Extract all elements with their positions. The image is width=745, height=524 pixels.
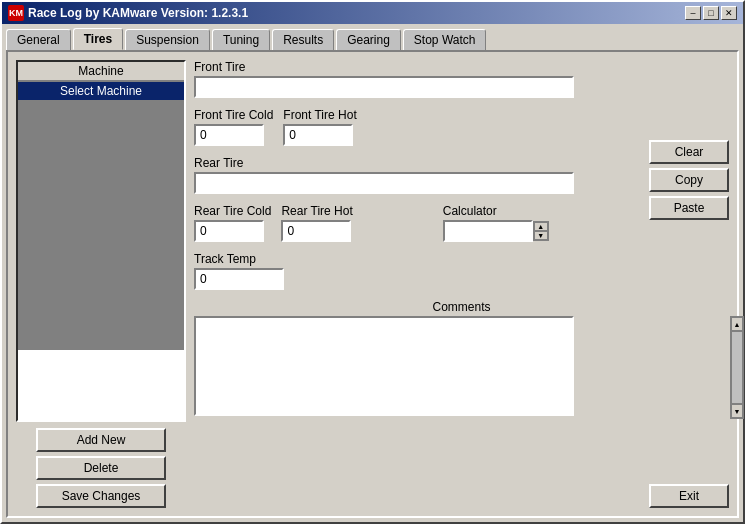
scroll-up-button[interactable]: ▲	[731, 317, 743, 331]
comments-scrollbar: ▲ ▼	[730, 316, 744, 419]
rear-tire-hot-label: Rear Tire Hot	[281, 204, 352, 218]
comments-label: Comments	[194, 300, 729, 314]
front-tire-group: Front Tire	[194, 60, 729, 98]
scroll-thumb[interactable]	[731, 331, 743, 404]
rear-tire-cold-group: Rear Tire Cold	[194, 204, 271, 242]
tab-gearing[interactable]: Gearing	[336, 29, 401, 50]
comments-container: ▲ ▼	[194, 316, 729, 419]
front-tire-hot-input[interactable]	[283, 124, 353, 146]
app-icon: KM	[8, 5, 24, 21]
minimize-button[interactable]: –	[685, 6, 701, 20]
title-bar: KM Race Log by KAMware Version: 1.2.3.1 …	[2, 2, 743, 24]
front-tire-input[interactable]	[194, 76, 574, 98]
machine-list-header: Machine	[18, 62, 184, 81]
calculator-spinner: ▲ ▼	[533, 221, 549, 241]
front-tire-hot-label: Front Tire Hot	[283, 108, 356, 122]
title-buttons: – □ ✕	[685, 6, 737, 20]
front-tire-label: Front Tire	[194, 60, 729, 74]
right-panel: Front Tire Front Tire Cold Front Tire Ho…	[194, 60, 729, 508]
tab-results[interactable]: Results	[272, 29, 334, 50]
comments-textarea[interactable]	[194, 316, 574, 416]
tab-general[interactable]: General	[6, 29, 71, 50]
tab-bar: General Tires Suspension Tuning Results …	[2, 24, 743, 50]
maximize-button[interactable]: □	[703, 6, 719, 20]
window-title: Race Log by KAMware Version: 1.2.3.1	[28, 6, 248, 20]
scroll-down-button[interactable]: ▼	[731, 404, 743, 418]
content-area: Machine Select Machine Add New Delete Sa…	[6, 50, 739, 518]
paste-button[interactable]: Paste	[649, 196, 729, 220]
tab-suspension[interactable]: Suspension	[125, 29, 210, 50]
calc-spin-down[interactable]: ▼	[534, 231, 548, 240]
exit-button[interactable]: Exit	[649, 484, 729, 508]
clear-button[interactable]: Clear	[649, 140, 729, 164]
delete-button[interactable]: Delete	[36, 456, 166, 480]
exit-btn-container: Exit	[649, 484, 729, 508]
rear-tire-hot-group: Rear Tire Hot	[281, 204, 352, 242]
comments-area: Comments ▲ ▼	[194, 300, 729, 508]
calculator-input-row: ▲ ▼	[443, 220, 549, 242]
side-buttons: Clear Copy Paste	[649, 140, 729, 220]
title-bar-left: KM Race Log by KAMware Version: 1.2.3.1	[8, 5, 248, 21]
front-tire-cold-label: Front Tire Cold	[194, 108, 273, 122]
front-tire-hot-group: Front Tire Hot	[283, 108, 356, 146]
calc-spin-up[interactable]: ▲	[534, 222, 548, 231]
rear-tire-input[interactable]	[194, 172, 574, 194]
main-window: KM Race Log by KAMware Version: 1.2.3.1 …	[0, 0, 745, 524]
tab-stopwatch[interactable]: Stop Watch	[403, 29, 487, 50]
front-tire-cold-input[interactable]	[194, 124, 264, 146]
rear-tire-cold-input[interactable]	[194, 220, 264, 242]
calculator-input[interactable]	[443, 220, 533, 242]
left-buttons: Add New Delete Save Changes	[16, 428, 186, 508]
left-panel: Machine Select Machine Add New Delete Sa…	[16, 60, 186, 508]
copy-button[interactable]: Copy	[649, 168, 729, 192]
rear-tire-hot-input[interactable]	[281, 220, 351, 242]
machine-list-body	[18, 100, 184, 350]
track-temp-group: Track Temp	[194, 252, 729, 290]
track-temp-input[interactable]	[194, 268, 284, 290]
machine-list: Machine Select Machine	[16, 60, 186, 422]
machine-list-item[interactable]: Select Machine	[18, 81, 184, 100]
save-changes-button[interactable]: Save Changes	[36, 484, 166, 508]
calculator-label: Calculator	[443, 204, 549, 218]
track-temp-label: Track Temp	[194, 252, 729, 266]
front-tire-cold-group: Front Tire Cold	[194, 108, 273, 146]
rear-tire-cold-label: Rear Tire Cold	[194, 204, 271, 218]
tab-tires[interactable]: Tires	[73, 28, 123, 50]
close-button[interactable]: ✕	[721, 6, 737, 20]
add-new-button[interactable]: Add New	[36, 428, 166, 452]
calculator-group: Calculator ▲ ▼	[443, 204, 549, 242]
tab-tuning[interactable]: Tuning	[212, 29, 270, 50]
